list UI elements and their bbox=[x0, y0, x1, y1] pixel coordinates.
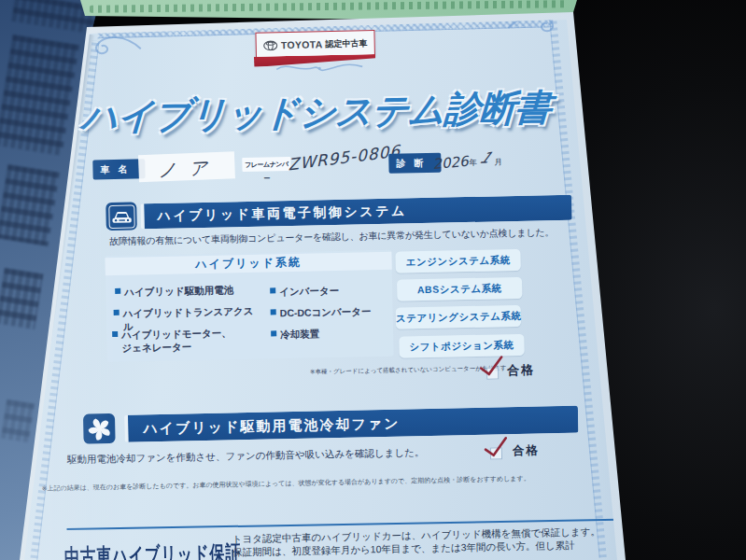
warranty-heading: 中古車ハイブリッド保証 bbox=[64, 539, 242, 560]
toyota-emblem-icon bbox=[263, 40, 278, 50]
system-badge-engine: エンジンシステム系統 bbox=[395, 249, 520, 273]
bullet-icon bbox=[112, 331, 118, 337]
fan-icon bbox=[87, 416, 113, 442]
fan-icon-tile bbox=[83, 413, 116, 444]
toyota-certified-logo: TOYOTA 認定中古車 bbox=[255, 30, 375, 59]
green-paper-border-pattern bbox=[90, 0, 568, 12]
corner-flourish-icon bbox=[88, 32, 143, 57]
blurred-text-block bbox=[0, 268, 43, 329]
icon-inner-border bbox=[108, 204, 135, 229]
list-item: DC-DCコンバーター bbox=[271, 304, 372, 319]
section1-result: 合格 bbox=[507, 362, 535, 380]
logo-brand-text: TOYOTA bbox=[281, 38, 323, 50]
bullet-icon bbox=[271, 330, 276, 336]
blurred-text-block bbox=[1, 399, 35, 442]
frame-number-label: フレームナンバー bbox=[242, 157, 290, 172]
year-suffix: 年 bbox=[469, 158, 477, 169]
section2-description: 駆動用電池冷却ファンを作動させ、ファンの作動音や吸い込みを確認しました。 bbox=[67, 446, 425, 467]
system-badge-steering: ステアリングシステム系統 bbox=[396, 305, 521, 329]
list-item: ハイブリッド駆動用電池 bbox=[115, 283, 260, 299]
system-badge-abs: ABSシステム系統 bbox=[397, 277, 522, 301]
list-item-label: ハイブリッドモーター、ジェネレーター bbox=[121, 326, 232, 355]
list-item-label: ハイブリッド駆動用電池 bbox=[124, 283, 233, 299]
month-suffix: 月 bbox=[494, 157, 502, 168]
panel-title: ハイブリッド系統 bbox=[105, 252, 391, 275]
list-item-label: インバーター bbox=[279, 284, 339, 299]
list-item: ハイブリッドモーター、ジェネレーター bbox=[112, 326, 232, 355]
list-item: インバーター bbox=[270, 284, 339, 299]
section1-header-bar: ハイブリッド車両電子制御システム bbox=[140, 195, 571, 230]
bullet-icon bbox=[114, 310, 120, 315]
bullet-icon bbox=[270, 287, 275, 293]
bullet-icon bbox=[271, 309, 276, 315]
section2-result: 合格 bbox=[513, 442, 540, 459]
blurred-text-block bbox=[0, 35, 79, 156]
diagnosis-month-handwritten: 1 bbox=[476, 148, 495, 166]
system-badge-shift: シフトポジション系統 bbox=[399, 334, 524, 358]
bullet-icon bbox=[115, 288, 120, 294]
warranty-text: トヨタ認定中古車のハイブリッドカーは、ハイブリッド機構を無償で保証します。 保証… bbox=[232, 525, 625, 559]
page-title: ハイブリッドシステム診断書 bbox=[77, 82, 555, 143]
frame-number-handwritten-value: ZWR95-0806 bbox=[289, 141, 401, 174]
list-item: 冷却装置 bbox=[271, 327, 319, 341]
photo-of-diagnosis-sheet: TOYOTA 認定中古車 ハイブリッドシステム診断書 車名 ノア フレームナンバ… bbox=[0, 0, 746, 560]
diagnosis-year-handwritten: 2026 bbox=[432, 153, 470, 173]
logo-certified-text: 認定中古車 bbox=[325, 37, 367, 50]
blurred-text-block bbox=[0, 164, 60, 246]
list-item-label: 冷却装置 bbox=[280, 327, 319, 341]
car-icon-tile bbox=[106, 202, 137, 231]
list-item-label: DC-DCコンバーター bbox=[280, 304, 372, 319]
section2-header-bar: ハイブリッド駆動用電池冷却ファン bbox=[124, 406, 579, 442]
footnote: ※上記の結果は、現在のお車を診断したものです。お車の使用状況や環境によっては、状… bbox=[42, 474, 530, 494]
checkmark-icon bbox=[483, 436, 510, 458]
flourish-divider-icon bbox=[274, 59, 364, 76]
car-name-handwritten-value: ノア bbox=[158, 155, 221, 183]
section1-description: 故障情報の有無について車両制御コンピューターを確認し、お車に異常が発生していない… bbox=[109, 226, 554, 248]
hybrid-systems-panel: ハイブリッド系統 ハイブリッド駆動用電池 ハイブリッドトランスアクスル ハイブリ… bbox=[105, 250, 393, 362]
checkmark-icon bbox=[478, 355, 505, 376]
